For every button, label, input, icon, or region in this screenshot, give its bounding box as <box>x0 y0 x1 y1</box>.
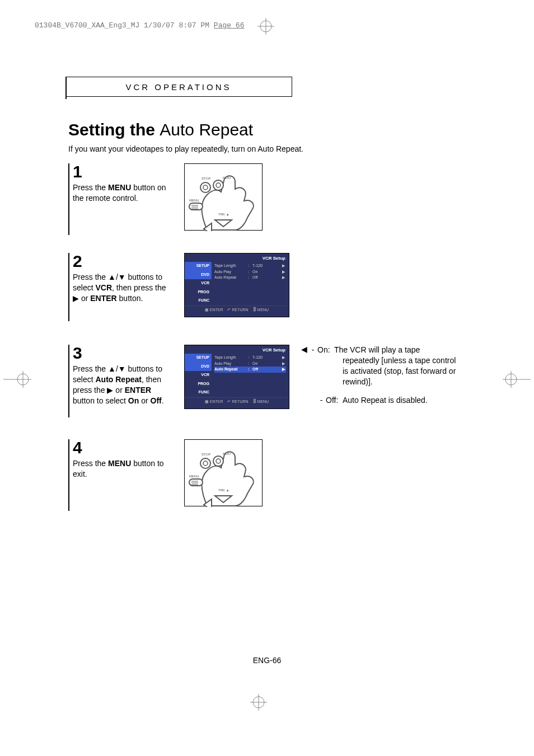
step-3-number: 3 <box>73 345 172 361</box>
svg-point-4 <box>203 185 208 190</box>
osd-tab-prog: PROG <box>185 288 212 297</box>
osd-foot-return: ↶ RETURN <box>227 308 248 312</box>
osd-main: Tape Length:T-120▶ Auto Play:On▶ Auto Re… <box>212 262 289 306</box>
left-triangle-icon: ◀ <box>301 344 307 355</box>
osd-tab-vcr: VCR <box>185 279 212 288</box>
remote-label-menu: MENU <box>189 199 199 202</box>
note-off-label: Off: <box>326 395 343 406</box>
step-1-text: 1 Press the MENU button on the remote co… <box>68 163 172 204</box>
step-3-text: 3 Press the ▲/▼ buttons to select Auto R… <box>68 345 172 406</box>
title-prefix: Setting the <box>68 120 160 139</box>
doc-file-info: 01304B_V6700_XAA_Eng3_MJ 1/30/07 8:07 PM <box>35 21 214 30</box>
remote-label-trk: TRK ▲ <box>218 213 229 216</box>
osd-tab-dvd: DVD <box>185 271 212 280</box>
svg-text:MENU: MENU <box>189 475 199 478</box>
step-4-rule <box>68 439 69 511</box>
note-on-line3: is activated (stop, fast forward or <box>301 366 475 377</box>
note-on-label: On: <box>317 345 334 355</box>
page-title: Setting the Auto Repeat <box>68 120 253 139</box>
registration-mark-bottom-icon <box>250 694 267 713</box>
step-2-text: 2 Press the ▲/▼ buttons to select VCR, t… <box>68 253 172 304</box>
step-3: 3 Press the ▲/▼ buttons to select Auto R… <box>68 345 289 409</box>
step-4: 4 Press the MENU button to exit. STOP PL… <box>68 439 263 506</box>
step-2-rule <box>68 253 69 321</box>
osd-foot-enter: ▦ ENTER <box>205 308 223 312</box>
osd-title-3: VCR Setup <box>185 345 289 354</box>
note-on-line4: rewind)]. <box>301 377 475 387</box>
section-header: VCR OPERATIONS <box>125 82 231 92</box>
remote-label-stop: STOP <box>202 177 210 180</box>
section-header-box: VCR OPERATIONS <box>65 77 292 97</box>
title-subject: Auto Repeat <box>160 120 253 139</box>
note-on-line1: The VCR will play a tape <box>334 345 420 355</box>
crop-mark-left-icon <box>3 371 31 390</box>
osd-row-highlighted: Auto Repeat:Off▶ <box>214 367 286 373</box>
osd-foot-menu: ≣ MENU <box>253 308 269 312</box>
svg-point-6 <box>216 183 221 187</box>
remote-label-play: PLAY <box>223 176 231 180</box>
step-2: 2 Press the ▲/▼ buttons to select VCR, t… <box>68 253 289 317</box>
step-2-number: 2 <box>73 253 172 270</box>
page-number: ENG-66 <box>0 656 534 665</box>
osd-sidebar: SETUP DVD VCR PROG FUNC <box>185 262 212 306</box>
note-off-text: Auto Repeat is disabled. <box>343 395 428 406</box>
step-4-figure-remote: STOP PLAY MENU TRK ▲ <box>184 439 263 506</box>
registration-mark-top-icon <box>257 18 274 35</box>
svg-point-17 <box>216 459 221 463</box>
right-arrow-icon: ▶ <box>107 386 113 395</box>
svg-point-14 <box>203 461 208 466</box>
step-2-figure-osd: VCR Setup SETUP DVD VCR PROG FUNC Tape L… <box>184 253 289 317</box>
crop-mark-right-icon <box>503 371 531 390</box>
svg-text:STOP: STOP <box>202 453 210 456</box>
intro-text: If you want your videotapes to play repe… <box>68 144 303 153</box>
step-3-figure-osd: VCR Setup SETUP DVD VCR PROG FUNC Tape L… <box>184 345 289 409</box>
step-3-rule <box>68 345 69 417</box>
osd-sidebar-3: SETUP DVD VCR PROG FUNC <box>185 354 212 397</box>
step-1-figure-remote: STOP PLAY MENU TRK ▲ <box>184 163 263 231</box>
osd-tab-func: FUNC <box>185 297 212 306</box>
doc-header-line: 01304B_V6700_XAA_Eng3_MJ 1/30/07 8:07 PM… <box>35 21 244 30</box>
step-4-number: 4 <box>73 439 172 456</box>
step-1-number: 1 <box>73 163 172 180</box>
osd-tab-setup: SETUP <box>185 262 212 271</box>
doc-page-label: Page 66 <box>214 21 245 30</box>
up-down-arrows-icon: ▲/▼ <box>108 364 126 373</box>
osd-title: VCR Setup <box>185 253 289 262</box>
dash-bullet: - <box>308 345 317 355</box>
right-arrow-icon: ▶ <box>73 294 79 303</box>
side-note: ◀ - On: The VCR will play a tape repeate… <box>301 345 475 405</box>
osd-main-3: Tape Length:T-120▶ Auto Play:On▶ Auto Re… <box>212 354 289 397</box>
up-down-arrows-icon: ▲/▼ <box>108 273 126 281</box>
step-1: 1 Press the MENU button on the remote co… <box>68 163 263 231</box>
dash-bullet: - <box>317 395 326 406</box>
note-on-line2: repeatedly [unless a tape control <box>301 355 475 366</box>
step-4-text: 4 Press the MENU button to exit. <box>68 439 172 480</box>
svg-text:TRK ▲: TRK ▲ <box>218 489 229 492</box>
step-1-rule <box>68 163 69 235</box>
svg-text:PLAY: PLAY <box>223 452 231 456</box>
